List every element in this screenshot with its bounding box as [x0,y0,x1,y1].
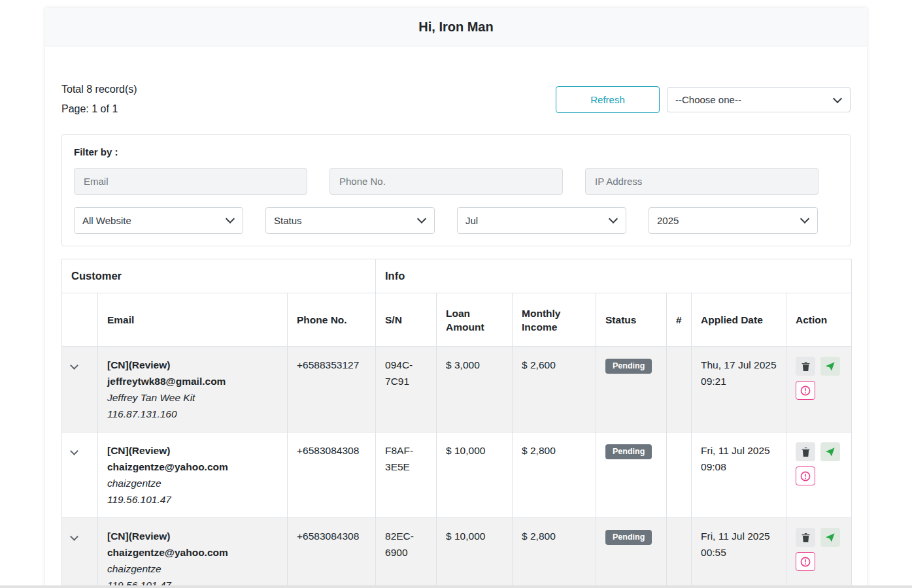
filter-panel: Filter by : All Website Status [61,134,851,246]
exclamation-circle-icon [800,385,811,396]
table-group-header-row: Customer Info [62,259,852,293]
action-cell [786,433,852,518]
phone-cell: +6588353127 [288,347,376,433]
hash-cell [667,433,692,518]
chevron-down-icon[interactable] [70,532,78,541]
customer-tag: [CN](Review) [107,442,278,459]
expand-row-cell [62,347,98,433]
paper-plane-icon [826,362,835,371]
paper-plane-icon [826,448,835,457]
group-header-info: Info [376,259,852,293]
total-records-text: Total 8 record(s) [61,84,137,95]
customer-email: jeffreytwk88@gmail.com [107,373,278,389]
phone-cell: +6583084308 [288,433,376,518]
column-header-status: Status [596,293,667,347]
website-select-wrap: All Website [74,207,243,234]
customer-ip: 119.56.101.47 [107,491,278,508]
year-select[interactable]: 2025 [649,207,818,234]
status-cell: Pending [596,347,667,433]
choose-one-select-wrap: --Choose one-- [667,87,851,112]
column-header-expand [62,293,98,347]
sn-cell: 82EC-6900 [376,518,437,588]
summary-toolbar: Total 8 record(s) Page: 1 of 1 Refresh -… [61,84,851,114]
status-select-wrap: Status [265,207,435,234]
monthly-income-cell: $ 2,600 [513,347,596,433]
paper-plane-icon [826,533,835,542]
customer-tag: [CN](Review) [107,357,278,373]
table-row: [CN](Review) jeffreytwk88@gmail.com Jeff… [62,347,852,433]
month-select-wrap: Jul [457,207,626,234]
app-header: Hi, Iron Man [45,8,867,46]
table-row: [CN](Review) chaizgentze@yahoo.com chaiz… [62,433,852,518]
trash-icon [802,362,810,371]
filter-selects-row: All Website Status Jul 2025 [74,207,838,234]
phone-filter-input[interactable] [329,168,563,195]
alert-button[interactable] [796,381,815,400]
email-filter-input[interactable] [74,168,307,195]
table-column-header-row: Email Phone No. S/N Loan Amount Monthly … [62,293,852,347]
send-button[interactable] [820,528,840,547]
records-table: Customer Info Email Phone No. S/N Loan A… [61,259,852,588]
customer-name: Jeffrey Tan Wee Kit [107,389,278,406]
website-select[interactable]: All Website [74,207,243,234]
applied-date-cell: Fri, 11 Jul 2025 09:08 [692,433,786,518]
status-select[interactable]: Status [265,207,435,234]
record-summary: Total 8 record(s) Page: 1 of 1 [61,84,137,114]
hash-cell [667,347,692,433]
page-indicator-text: Page: 1 of 1 [61,104,137,114]
customer-tag: [CN](Review) [107,528,278,544]
status-badge: Pending [605,444,652,459]
status-badge: Pending [605,359,652,374]
year-select-wrap: 2025 [649,207,818,234]
customer-cell: [CN](Review) jeffreytwk88@gmail.com Jeff… [98,347,288,433]
column-header-loan-amount: Loan Amount [437,293,513,347]
chevron-down-icon[interactable] [70,361,78,370]
column-header-action: Action [786,293,852,347]
trash-icon [802,448,810,457]
customer-email: chaizgentze@yahoo.com [107,459,278,475]
refresh-button[interactable]: Refresh [556,86,660,113]
delete-button[interactable] [796,442,815,461]
alert-button[interactable] [796,466,815,485]
column-header-hash: # [667,293,692,347]
chevron-down-icon[interactable] [70,447,78,455]
applied-date-cell: Thu, 17 Jul 2025 09:21 [692,347,786,433]
customer-cell: [CN](Review) chaizgentze@yahoo.com chaiz… [98,518,288,588]
applied-date-cell: Fri, 11 Jul 2025 00:55 [692,518,786,588]
hash-cell [667,518,692,588]
expand-row-cell [62,518,98,588]
loan-amount-cell: $ 10,000 [437,433,513,518]
page-container: Hi, Iron Man Total 8 record(s) Page: 1 o… [45,8,867,588]
month-select[interactable]: Jul [457,207,626,234]
delete-button[interactable] [796,528,815,547]
column-header-phone: Phone No. [288,293,376,347]
customer-cell: [CN](Review) chaizgentze@yahoo.com chaiz… [98,433,288,518]
ip-filter-input[interactable] [585,168,819,195]
alert-button[interactable] [796,552,815,571]
customer-ip: 116.87.131.160 [107,406,278,422]
filter-inputs-row [74,168,838,195]
phone-cell: +6583084308 [288,518,376,588]
table-row: [CN](Review) chaizgentze@yahoo.com chaiz… [62,518,852,588]
column-header-email: Email [98,293,288,347]
page-title: Hi, Iron Man [418,20,493,35]
exclamation-circle-icon [800,557,811,567]
horizontal-scrollbar[interactable] [0,585,912,588]
loan-amount-cell: $ 10,000 [437,518,513,588]
filter-title: Filter by : [74,146,838,157]
sn-cell: F8AF-3E5E [376,433,437,518]
exclamation-circle-icon [800,471,811,482]
column-header-sn: S/N [376,293,437,347]
trash-icon [802,533,810,542]
send-button[interactable] [820,442,840,461]
monthly-income-cell: $ 2,800 [513,433,596,518]
customer-email: chaizgentze@yahoo.com [107,544,278,561]
column-header-applied-date: Applied Date [692,293,786,347]
choose-one-select[interactable]: --Choose one-- [667,87,851,112]
loan-amount-cell: $ 3,000 [437,347,513,433]
delete-button[interactable] [796,357,815,376]
send-button[interactable] [820,357,840,376]
customer-name: chaizgentze [107,475,278,491]
column-header-monthly-income: Monthly Income [513,293,596,347]
sn-cell: 094C-7C91 [376,347,437,433]
